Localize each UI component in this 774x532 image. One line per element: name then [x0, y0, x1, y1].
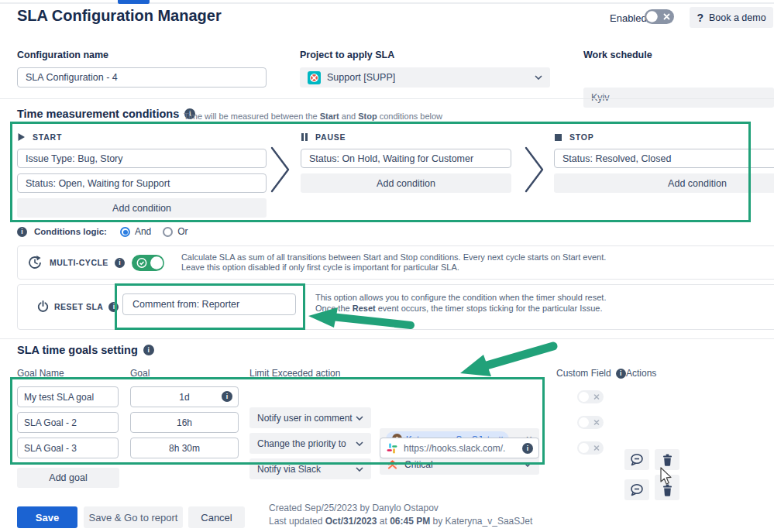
chevron-down-icon [356, 467, 363, 472]
info-icon[interactable] [115, 258, 125, 268]
slack-icon [387, 443, 397, 454]
page-title: SLA Configuration Manager [17, 7, 222, 25]
goal-name-header: Goal Name [17, 368, 64, 379]
stop-add-condition-button[interactable]: Add condition [554, 173, 774, 193]
created-line: Created Sep/25/2023 by Danylo Ostapov [269, 502, 532, 515]
stop-column: STOP Status: Resolved, Closed Add condit… [554, 131, 774, 193]
logic-and-radio[interactable]: And [120, 226, 151, 237]
flow-chevron-icon [270, 146, 291, 193]
start-condition-field[interactable]: Issue Type: Bug, Story [17, 149, 267, 168]
conditions-heading-row: Time measurement conditions [17, 108, 195, 120]
mouse-cursor-icon [659, 467, 673, 486]
toggle-disabled-icon [577, 416, 604, 429]
multi-cycle-history-icon [27, 255, 43, 270]
start-add-condition-button[interactable]: Add condition [17, 198, 267, 218]
start-column: START Issue Type: Bug, Story Status: Ope… [17, 131, 267, 218]
question-icon: ? [697, 12, 703, 24]
pause-condition-field[interactable]: Status: On Hold, Waiting for Customer [301, 149, 511, 168]
custom-field-toggle[interactable] [577, 441, 604, 455]
multi-cycle-description: Calculate SLA as sum of all transitions … [181, 252, 606, 273]
toggle-disabled-icon [577, 441, 604, 455]
actions-header: Actions [626, 368, 656, 379]
info-icon[interactable] [143, 345, 154, 355]
goal-name-input[interactable]: My test SLA goal [17, 386, 119, 407]
goal-value-input[interactable]: 1d [130, 386, 239, 407]
goal-value-input[interactable]: 16h [130, 412, 239, 433]
project-label: Project to apply SLA [300, 50, 394, 60]
radio-icon [163, 227, 173, 237]
stop-icon [554, 133, 562, 142]
goal-row: SLA Goal - 2 16h Change the priority to … [0, 412, 774, 433]
book-a-demo-button[interactable]: ? Book a demo [690, 7, 773, 28]
cancel-button[interactable]: Cancel [188, 506, 245, 528]
logic-or-radio[interactable]: Or [163, 226, 187, 237]
save-button[interactable]: Save [17, 506, 77, 528]
save-go-to-report-button[interactable]: Save & Go to report [84, 506, 183, 528]
info-icon[interactable] [108, 302, 119, 312]
audit-info: Created Sep/25/2023 by Danylo Ostapov La… [269, 502, 532, 527]
goal-name-input[interactable]: SLA Goal - 3 [17, 438, 119, 458]
info-icon[interactable] [17, 227, 27, 237]
enabled-label: Enabled [610, 12, 647, 24]
priority-critical-icon [387, 460, 397, 469]
goal-row: My test SLA goal 1d Notify user in comme… [0, 386, 774, 407]
limit-action-select[interactable]: Notify via Slack [249, 458, 371, 479]
multi-cycle-toggle[interactable] [132, 255, 164, 271]
section-divider [0, 338, 774, 339]
project-avatar-icon [308, 71, 321, 84]
sla-configuration-manager-page: SLA Configuration Manager Enabled ? Book… [0, 0, 774, 532]
reset-condition-field[interactable]: Comment from: Reporter [122, 293, 296, 315]
top-divider [0, 2, 774, 4]
work-schedule-field[interactable]: Kyiv [583, 88, 774, 108]
pause-column: PAUSE Status: On Hold, Waiting for Custo… [301, 131, 511, 193]
reset-sla-label: RESET SLA [54, 302, 103, 311]
comment-icon [630, 483, 644, 496]
pause-label: PAUSE [315, 132, 346, 142]
project-value: Support [SUPP] [327, 72, 395, 83]
goal-name-input[interactable]: SLA Goal - 2 [17, 412, 119, 433]
section-divider [0, 98, 774, 99]
power-icon [37, 300, 49, 313]
project-select[interactable]: Support [SUPP] [300, 67, 550, 88]
limit-action-header: Limit Exceeded action [249, 368, 340, 379]
conditions-logic-row: Conditions logic: And Or [17, 225, 188, 239]
toggle-disabled-icon [577, 390, 604, 403]
add-goal-button[interactable]: Add goal [17, 468, 119, 488]
toggle-off-icon [645, 9, 674, 24]
active-tab-indicator [118, 0, 150, 4]
annotation-arrow-left-icon [307, 307, 415, 331]
enabled-toggle[interactable] [645, 9, 674, 24]
play-icon [17, 132, 26, 142]
multi-cycle-label: MULTI-CYCLE [50, 258, 108, 267]
goals-heading-row: SLA time goals setting [17, 344, 154, 356]
flow-chevron-icon [525, 146, 545, 193]
goals-heading: SLA time goals setting [17, 344, 138, 356]
start-condition-field[interactable]: Status: Open, Waiting for Support [17, 173, 267, 193]
multi-cycle-card: MULTI-CYCLE Calculate SLA as sum of all … [17, 245, 774, 280]
goal-row: SLA Goal - 3 8h 30m Notify via Slack htt… [0, 438, 774, 458]
start-label: START [33, 132, 62, 142]
book-demo-label: Book a demo [709, 12, 766, 23]
slack-webhook-input[interactable]: https://hooks.slack.com/... [380, 438, 539, 458]
goal-value-input[interactable]: 8h 30m [130, 438, 239, 458]
conditions-heading: Time measurement conditions [17, 108, 179, 120]
custom-field-toggle[interactable] [577, 390, 604, 403]
updated-line: Last updated Oct/31/2023 at 06:45 PM by … [269, 515, 532, 528]
config-name-label: Configuration name [17, 50, 108, 60]
goal-header: Goal [130, 368, 150, 379]
reset-sla-label-group: RESET SLA [37, 300, 119, 313]
conditions-logic-label: Conditions logic: [34, 227, 107, 236]
pause-add-condition-button[interactable]: Add condition [301, 173, 511, 193]
pause-icon [301, 132, 308, 142]
custom-field-toggle[interactable] [577, 416, 604, 429]
comment-action-button[interactable] [624, 479, 649, 500]
info-icon[interactable] [222, 391, 232, 402]
stop-condition-field[interactable]: Status: Resolved, Closed [554, 149, 774, 168]
info-icon[interactable] [522, 443, 533, 454]
radio-selected-icon [120, 227, 130, 237]
custom-field-header: Custom Field [556, 368, 626, 379]
config-name-input[interactable]: SLA Configuration - 4 [17, 67, 267, 88]
stop-label: STOP [569, 132, 594, 142]
toggle-on-icon [132, 255, 164, 271]
info-icon[interactable] [616, 369, 626, 379]
